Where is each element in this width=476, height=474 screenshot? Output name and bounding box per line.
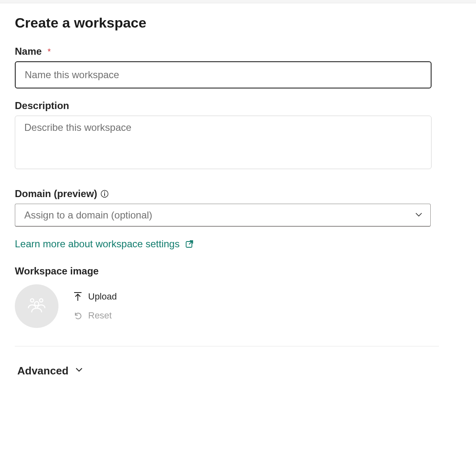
- name-field: Name *: [15, 46, 461, 88]
- undo-icon: [73, 311, 82, 320]
- description-input[interactable]: [15, 116, 432, 169]
- svg-rect-2: [104, 193, 105, 196]
- upload-label: Upload: [88, 291, 117, 302]
- section-divider: [15, 346, 439, 346]
- upload-button[interactable]: Upload: [73, 291, 117, 302]
- create-workspace-panel: Create a workspace Name * Description Do…: [0, 3, 476, 392]
- workspace-image-label: Workspace image: [15, 265, 461, 277]
- svg-point-4: [30, 299, 34, 302]
- workspace-image-row: Upload Reset: [15, 284, 461, 328]
- name-input[interactable]: [15, 61, 432, 88]
- panel-top-border: [0, 0, 476, 3]
- info-icon[interactable]: [100, 190, 109, 198]
- workspace-image-placeholder: [15, 284, 58, 328]
- required-asterisk: *: [47, 47, 51, 56]
- domain-select-placeholder: Assign to a domain (optional): [24, 209, 152, 221]
- reset-label: Reset: [88, 310, 112, 321]
- upload-icon: [73, 292, 82, 302]
- domain-label-row: Domain (preview): [15, 188, 461, 200]
- workspace-image-actions: Upload Reset: [73, 291, 117, 321]
- svg-point-6: [35, 302, 39, 306]
- description-label: Description: [15, 100, 69, 112]
- description-label-row: Description: [15, 100, 461, 112]
- domain-select[interactable]: Assign to a domain (optional): [15, 204, 431, 227]
- workspace-image-section: Workspace image: [15, 265, 461, 328]
- description-field: Description: [15, 100, 461, 171]
- svg-point-5: [40, 299, 43, 302]
- name-label: Name: [15, 46, 42, 57]
- domain-label: Domain (preview): [15, 188, 97, 200]
- learn-more-row: Learn more about workspace settings: [15, 238, 461, 250]
- reset-button: Reset: [73, 310, 117, 321]
- advanced-toggle[interactable]: Advanced: [15, 365, 461, 377]
- external-link-icon: [184, 239, 194, 249]
- svg-point-1: [104, 191, 105, 192]
- people-icon: [26, 297, 47, 315]
- advanced-label: Advanced: [17, 365, 68, 377]
- learn-more-link[interactable]: Learn more about workspace settings: [15, 238, 180, 250]
- name-label-row: Name *: [15, 46, 461, 57]
- chevron-down-icon: [74, 365, 84, 377]
- page-title: Create a workspace: [15, 15, 461, 31]
- domain-field: Domain (preview) Assign to a domain (opt…: [15, 188, 461, 227]
- domain-select-wrap: Assign to a domain (optional): [15, 204, 431, 227]
